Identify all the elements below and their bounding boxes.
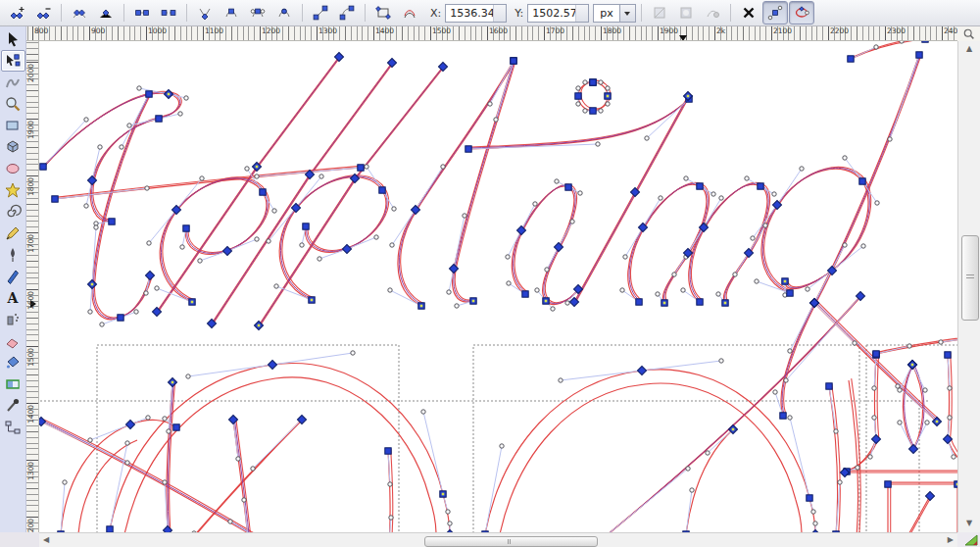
tool-calligraphy-button[interactable] xyxy=(1,266,25,287)
insert-node-button[interactable] xyxy=(4,1,29,25)
delete-segment-button[interactable] xyxy=(156,1,181,25)
tool-spiral-button[interactable] xyxy=(1,201,25,223)
horizontal-ruler[interactable]: 8009001000110012001300140015001600170018… xyxy=(26,26,957,41)
y-spin-down-icon[interactable] xyxy=(579,14,585,20)
unit-dropdown-button[interactable] xyxy=(619,5,635,22)
tool-rectangle-button[interactable] xyxy=(1,115,25,136)
y-spinner[interactable] xyxy=(575,5,588,22)
toolbar-separator xyxy=(365,4,366,22)
x-coordinate-field[interactable]: 1536.34 xyxy=(445,4,507,23)
make-corner-button[interactable] xyxy=(192,1,218,25)
vruler-label: 1300 xyxy=(26,462,35,480)
tool-connector-button[interactable] xyxy=(1,417,25,438)
segment-curve-icon xyxy=(339,5,355,21)
tool-bucket-button[interactable] xyxy=(1,352,25,373)
x-spin-up-icon[interactable] xyxy=(497,6,503,12)
join-nodes-button[interactable] xyxy=(93,1,119,25)
hruler-label: 2k xyxy=(716,26,725,35)
calligraphy-tool-icon xyxy=(4,268,22,285)
toolbar-buttons-left xyxy=(4,1,422,25)
tool-zoom-button[interactable] xyxy=(1,93,25,115)
horizontal-scrollbar-thumb[interactable] xyxy=(424,536,598,547)
scroll-right-icon[interactable]: ▶ xyxy=(948,536,954,544)
stroke-to-path-button[interactable] xyxy=(397,1,422,25)
node-tool-icon xyxy=(4,52,22,70)
tool-spray-button[interactable] xyxy=(1,309,25,330)
zoom-tool-icon xyxy=(4,95,22,113)
show-path-outline-icon xyxy=(794,5,809,21)
tool-eraser-button[interactable] xyxy=(1,330,25,352)
hruler-label: 2400 xyxy=(944,26,957,35)
pen-tool-icon xyxy=(4,246,22,264)
window-resize-grip[interactable] xyxy=(957,532,980,547)
x-spin-down-icon[interactable] xyxy=(497,14,503,20)
y-coordinate-value[interactable]: 1502.57 xyxy=(532,7,575,20)
show-transform-handles-icon xyxy=(741,5,757,21)
unit-dropdown[interactable]: px xyxy=(593,4,636,23)
y-spin-up-icon[interactable] xyxy=(579,6,585,12)
ruler-corner-zoom-icon[interactable] xyxy=(957,26,980,41)
tool-pencil-button[interactable] xyxy=(1,223,25,244)
vertical-scrollbar[interactable]: ▲ ▼ xyxy=(957,41,980,532)
next-path-effect-icon xyxy=(705,5,720,21)
scroll-left-icon[interactable]: ◀ xyxy=(43,536,49,544)
join-with-segment-button[interactable] xyxy=(129,1,155,25)
unit-value[interactable]: px xyxy=(594,7,619,20)
pencil-tool-icon xyxy=(4,224,22,242)
statusbar-filler xyxy=(0,532,39,547)
tool-tweak-button[interactable] xyxy=(1,72,25,93)
show-transform-handles-button[interactable] xyxy=(736,1,761,25)
toolbox: A xyxy=(0,26,26,547)
resize-grip-icon xyxy=(957,532,980,547)
make-symmetric-button[interactable] xyxy=(245,1,270,25)
show-path-outline-button[interactable] xyxy=(789,1,814,25)
segment-curve-button[interactable] xyxy=(334,1,360,25)
vruler-label: 1400 xyxy=(26,405,35,423)
hruler-label: 1000 xyxy=(148,26,167,35)
magnifier-icon xyxy=(962,27,975,40)
tool-gradient-button[interactable] xyxy=(1,373,25,395)
make-smooth-button[interactable] xyxy=(219,1,244,25)
break-path-button[interactable] xyxy=(67,1,92,25)
delete-node-button[interactable] xyxy=(30,1,56,25)
tool-node-button[interactable] xyxy=(1,50,25,72)
tool-dropper-button[interactable] xyxy=(1,395,25,417)
delete-node-icon xyxy=(35,5,51,21)
stroke-to-path-icon xyxy=(402,5,417,21)
segment-line-button[interactable] xyxy=(308,1,333,25)
toolbar-separator xyxy=(186,4,187,22)
connector-tool-icon xyxy=(4,419,22,436)
show-bezier-handles-button[interactable] xyxy=(762,1,788,25)
svg-text:A: A xyxy=(7,290,20,306)
vertical-ruler[interactable]: 200019001800170016001500140013001200 xyxy=(26,41,39,532)
hruler-label: 2300 xyxy=(887,26,906,35)
tool-selector-button[interactable] xyxy=(1,28,25,50)
vruler-label: 1900 xyxy=(26,121,35,139)
x-spinner[interactable] xyxy=(493,5,506,22)
y-coordinate-field[interactable]: 1502.57 xyxy=(527,4,589,23)
make-auto-button[interactable] xyxy=(271,1,297,25)
tool-ellipse-button[interactable] xyxy=(1,158,25,179)
drawing-canvas[interactable] xyxy=(39,41,957,532)
horizontal-scrollbar[interactable]: ◀ ▶ xyxy=(39,532,957,547)
tool-star-button[interactable] xyxy=(1,179,25,201)
object-to-path-button[interactable] xyxy=(370,1,396,25)
hruler-label: 1400 xyxy=(375,26,394,35)
spiral-tool-icon xyxy=(4,203,22,221)
tool-box3d-button[interactable] xyxy=(1,136,25,158)
hruler-label: 1600 xyxy=(489,26,508,35)
scroll-down-icon[interactable]: ▼ xyxy=(966,520,972,527)
toolbar-separator xyxy=(123,4,124,22)
tool-pen-button[interactable] xyxy=(1,244,25,266)
tool-text-button[interactable]: A xyxy=(1,287,25,309)
toolbar-buttons-right xyxy=(637,1,814,25)
x-coordinate-value[interactable]: 1536.34 xyxy=(450,7,493,20)
scroll-up-icon[interactable]: ▲ xyxy=(966,45,972,53)
toolbar-separator xyxy=(641,4,642,22)
hruler-label: 1100 xyxy=(205,26,223,35)
join-with-segment-icon xyxy=(134,5,150,21)
vertical-scrollbar-thumb[interactable] xyxy=(961,235,979,321)
hruler-label: 1500 xyxy=(432,26,451,35)
vruler-label: 2000 xyxy=(26,64,35,82)
gradient-tool-icon xyxy=(4,375,22,393)
